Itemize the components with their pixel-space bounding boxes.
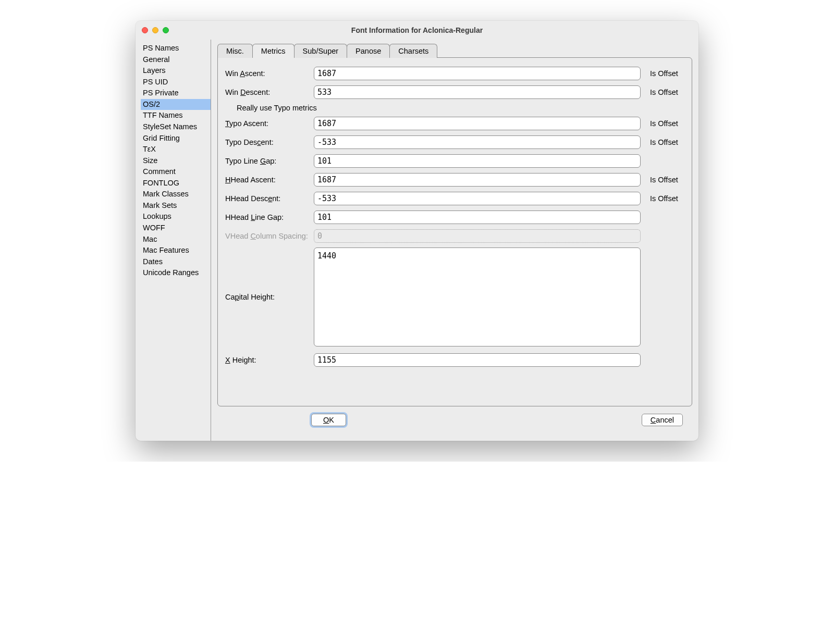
cancel-button[interactable]: Cancel <box>642 414 683 426</box>
hhead-descent-label: HHead Descent: <box>225 194 314 203</box>
tab-panose[interactable]: Panose <box>347 44 390 58</box>
hhead-descent-input[interactable] <box>314 192 641 205</box>
tab-metrics[interactable]: Metrics <box>252 44 295 58</box>
typo-ascent-offset[interactable]: Is Offset <box>641 119 684 128</box>
capital-height-label: Capital Height: <box>225 293 314 301</box>
tab-misc-[interactable]: Misc. <box>217 44 253 58</box>
sidebar-item-size[interactable]: Size <box>141 155 211 167</box>
hhead-ascent-label: HHead Ascent: <box>225 176 314 184</box>
hhead-linegap-input[interactable] <box>314 210 641 224</box>
typo-descent-offset[interactable]: Is Offset <box>641 138 684 146</box>
vhead-colspacing-label: VHead Column Spacing: <box>225 232 314 240</box>
window: Font Information for Aclonica-Regular PS… <box>136 21 698 441</box>
tabs: Misc.MetricsSub/SuperPanoseCharsets <box>217 44 692 58</box>
hhead-descent-offset[interactable]: Is Offset <box>641 194 684 203</box>
win-ascent-input[interactable] <box>314 67 641 80</box>
typo-ascent-label: Typo Ascent: <box>225 119 314 128</box>
win-descent-offset[interactable]: Is Offset <box>641 88 684 96</box>
sidebar-item-fontlog[interactable]: FONTLOG <box>141 178 211 189</box>
close-icon[interactable] <box>142 27 148 33</box>
hhead-linegap-label: HHead Line Gap: <box>225 213 314 221</box>
typo-linegap-label: Typo Line Gap: <box>225 157 314 165</box>
typo-linegap-input[interactable] <box>314 154 641 168</box>
minimize-icon[interactable] <box>152 27 158 33</box>
sidebar-item-woff[interactable]: WOFF <box>141 222 211 234</box>
hhead-ascent-input[interactable] <box>314 173 641 187</box>
vhead-colspacing-input <box>314 229 641 243</box>
sidebar-item-grid-fitting[interactable]: Grid Fitting <box>141 133 211 144</box>
typo-descent-label: Typo Descent: <box>225 138 314 146</box>
sidebar-item-ps-private[interactable]: PS Private <box>141 88 211 99</box>
hhead-ascent-offset[interactable]: Is Offset <box>641 176 684 184</box>
sidebar-item-mac[interactable]: Mac <box>141 234 211 245</box>
x-height-input[interactable] <box>314 353 641 367</box>
sidebar: PS NamesGeneralLayersPS UIDPS PrivateOS/… <box>136 40 211 441</box>
window-title: Font Information for Aclonica-Regular <box>136 26 698 34</box>
really-use-typo-checkbox[interactable]: Really use Typo metrics <box>225 104 684 112</box>
sidebar-item-ps-uid[interactable]: PS UID <box>141 77 211 88</box>
x-height-label: X Height: <box>225 356 314 364</box>
sidebar-item-t-x[interactable]: TεX <box>141 144 211 155</box>
typo-ascent-input[interactable] <box>314 117 641 130</box>
metrics-panel: Win Ascent: Is Offset Win Descent: Is Of… <box>217 57 692 406</box>
traffic-lights <box>142 27 169 33</box>
ok-button[interactable]: OK <box>311 414 346 426</box>
win-descent-label: Win Descent: <box>225 88 314 96</box>
sidebar-item-ttf-names[interactable]: TTF Names <box>141 110 211 121</box>
typo-descent-input[interactable] <box>314 135 641 149</box>
sidebar-item-dates[interactable]: Dates <box>141 256 211 268</box>
capital-height-input[interactable] <box>314 247 641 346</box>
sidebar-item-comment[interactable]: Comment <box>141 166 211 178</box>
sidebar-item-lookups[interactable]: Lookups <box>141 211 211 222</box>
win-ascent-offset[interactable]: Is Offset <box>641 69 684 78</box>
sidebar-item-layers[interactable]: Layers <box>141 65 211 77</box>
titlebar: Font Information for Aclonica-Regular <box>136 21 698 40</box>
sidebar-item-mark-sets[interactable]: Mark Sets <box>141 200 211 212</box>
sidebar-item-mac-features[interactable]: Mac Features <box>141 245 211 256</box>
sidebar-item-unicode-ranges[interactable]: Unicode Ranges <box>141 267 211 279</box>
sidebar-item-mark-classes[interactable]: Mark Classes <box>141 189 211 200</box>
sidebar-item-styleset-names[interactable]: StyleSet Names <box>141 121 211 133</box>
win-descent-input[interactable] <box>314 85 641 99</box>
win-ascent-label: Win Ascent: <box>225 69 314 78</box>
sidebar-item-ps-names[interactable]: PS Names <box>141 43 211 54</box>
sidebar-item-os-2[interactable]: OS/2 <box>141 99 211 110</box>
zoom-icon[interactable] <box>163 27 169 33</box>
tab-charsets[interactable]: Charsets <box>389 44 437 58</box>
sidebar-item-general[interactable]: General <box>141 54 211 66</box>
tab-sub-super[interactable]: Sub/Super <box>294 44 348 58</box>
